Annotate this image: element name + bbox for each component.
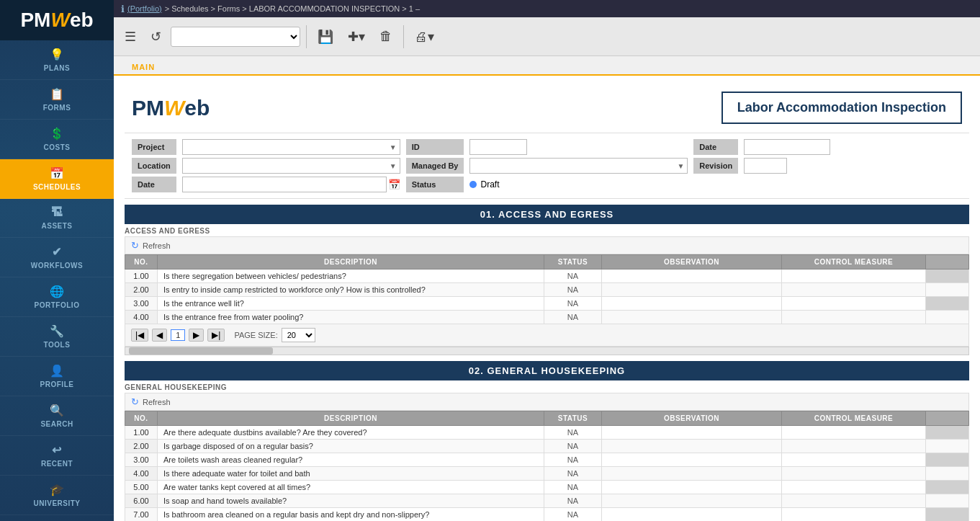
row-status: NA bbox=[544, 283, 602, 297]
section1-hscroll[interactable] bbox=[125, 347, 969, 355]
table-row: 3.00 Is the entrance well lit? NA bbox=[125, 297, 969, 311]
sidebar-item-forms[interactable]: 📋 FORMS bbox=[0, 80, 114, 120]
row-no: 3.00 bbox=[125, 297, 158, 311]
managed-by-dropdown-arrow[interactable]: ▼ bbox=[677, 162, 684, 170]
section1-header: 01. ACCESS AND EGRESS bbox=[125, 205, 969, 224]
form-title: Labor Accommodation Inspection bbox=[721, 92, 962, 124]
section1-refresh-bar[interactable]: ↻ Refresh bbox=[125, 236, 969, 254]
sidebar-item-recent[interactable]: ↩ RECENT bbox=[0, 436, 114, 476]
section2-table: NO. DESCRIPTION STATUS OBSERVATION CONTR… bbox=[125, 411, 969, 521]
history-icon: ↺ bbox=[150, 29, 161, 45]
row-desc: Is there segregation between vehicles/ p… bbox=[158, 270, 544, 283]
col-no-1: NO. bbox=[125, 255, 158, 270]
sidebar-item-search-label: SEARCH bbox=[40, 420, 73, 428]
tab-main[interactable]: MAIN bbox=[125, 58, 162, 74]
add-button[interactable]: ✚▾ bbox=[343, 25, 370, 48]
sidebar-item-exit[interactable]: ⏏ EXIT bbox=[0, 515, 114, 521]
sidebar-nav: 💡 PLANS 📋 FORMS 💲 COSTS 📅 SCHEDULES 🏗 AS… bbox=[0, 40, 114, 521]
sidebar-item-tools[interactable]: 🔧 TOOLS bbox=[0, 317, 114, 357]
delete-button[interactable]: 🗑 bbox=[374, 25, 397, 48]
sidebar-item-profile[interactable]: 👤 PROFILE bbox=[0, 357, 114, 396]
costs-icon: 💲 bbox=[50, 127, 65, 141]
revision-input[interactable]: 0 bbox=[744, 158, 787, 174]
id-label: ID bbox=[406, 139, 464, 155]
history-button[interactable]: ↺ bbox=[145, 25, 166, 48]
refresh1-label[interactable]: Refresh bbox=[143, 241, 171, 250]
refresh2-label[interactable]: Refresh bbox=[143, 398, 171, 406]
next-page-btn-1[interactable]: ▶ bbox=[189, 329, 204, 342]
col-obs-2: OBSERVATION bbox=[602, 411, 782, 426]
row-desc: Are toilets wash areas cleaned regular? bbox=[158, 453, 544, 467]
id-input[interactable]: 1 bbox=[469, 139, 527, 155]
sidebar-item-costs[interactable]: 💲 COSTS bbox=[0, 120, 114, 159]
list-icon: ☰ bbox=[125, 29, 136, 45]
logo-area: PMWeb bbox=[0, 0, 114, 40]
project-dropdown-arrow[interactable]: ▼ bbox=[390, 143, 397, 151]
print-button[interactable]: 🖨▾ bbox=[410, 25, 439, 48]
row-no: 2.00 bbox=[125, 440, 158, 453]
sidebar: PMWeb 💡 PLANS 📋 FORMS 💲 COSTS 📅 SCHEDULE… bbox=[0, 0, 114, 521]
breadcrumb-portfolio[interactable]: (Portfolio) bbox=[127, 4, 162, 13]
save-button[interactable]: 💾 bbox=[313, 25, 338, 48]
row-no: 5.00 bbox=[125, 481, 158, 494]
row-obs bbox=[602, 270, 782, 283]
form-dropdown[interactable] bbox=[171, 27, 300, 47]
first-page-btn-1[interactable]: |◀ bbox=[131, 329, 148, 342]
sidebar-item-plans[interactable]: 💡 PLANS bbox=[0, 40, 114, 80]
sidebar-item-profile-label: PROFILE bbox=[40, 380, 74, 388]
list-view-button[interactable]: ☰ bbox=[120, 25, 141, 48]
prev-page-btn-1[interactable]: ◀ bbox=[152, 329, 167, 342]
location-dropdown-arrow[interactable]: ▼ bbox=[390, 162, 397, 170]
sidebar-item-recent-label: RECENT bbox=[41, 460, 73, 468]
date-input[interactable]: 29-Jun- bbox=[744, 139, 830, 155]
sidebar-item-university[interactable]: 🎓 UNIVERSITY bbox=[0, 476, 114, 515]
row-desc: Are there adequate dustbins available? A… bbox=[158, 426, 544, 440]
save-icon: 💾 bbox=[318, 29, 333, 45]
row-obs bbox=[602, 297, 782, 311]
print-icon: 🖨▾ bbox=[415, 29, 434, 45]
sidebar-item-portfolio[interactable]: 🌐 PORTFOLIO bbox=[0, 277, 114, 317]
row-ctrl bbox=[782, 494, 926, 508]
workflows-icon: ✔ bbox=[52, 245, 62, 259]
profile-icon: 👤 bbox=[50, 364, 65, 378]
sidebar-item-workflows[interactable]: ✔ WORKFLOWS bbox=[0, 238, 114, 277]
search-icon: 🔍 bbox=[50, 404, 65, 417]
location-input[interactable] bbox=[186, 161, 390, 170]
date2-input[interactable]: 29-Jun-2022 bbox=[182, 177, 387, 192]
date-label: Date bbox=[693, 139, 738, 155]
sidebar-item-search[interactable]: 🔍 SEARCH bbox=[0, 396, 114, 436]
sidebar-item-plans-label: PLANS bbox=[44, 64, 70, 72]
table-row: 2.00 Is garbage disposed of on a regular… bbox=[125, 440, 969, 453]
col-status-1: STATUS bbox=[544, 255, 602, 270]
row-obs bbox=[602, 481, 782, 494]
status-field: Draft bbox=[469, 179, 688, 190]
row-status: NA bbox=[544, 440, 602, 453]
row-status: NA bbox=[544, 453, 602, 467]
sidebar-item-schedules[interactable]: 📅 SCHEDULES bbox=[0, 159, 114, 199]
page-size-select-1[interactable]: 20 50 100 bbox=[282, 328, 315, 342]
sidebar-item-tools-label: TOOLS bbox=[44, 341, 71, 349]
row-obs bbox=[602, 494, 782, 508]
table-row: 2.00 Is entry to inside camp restricted … bbox=[125, 283, 969, 297]
form-header: PMWeb Labor Accommodation Inspection bbox=[125, 83, 969, 133]
content-area: MAIN PMWeb Labor Accommodation Inspectio… bbox=[114, 56, 980, 521]
section2-sublabel: GENERAL HOUSEKEEPING bbox=[125, 380, 969, 393]
section2-refresh-bar[interactable]: ↻ Refresh bbox=[125, 393, 969, 411]
toolbar: ☰ ↺ 💾 ✚▾ 🗑 🖨▾ bbox=[114, 17, 980, 56]
assets-icon: 🏗 bbox=[51, 206, 63, 219]
row-extra bbox=[926, 494, 969, 508]
project-input[interactable] bbox=[186, 143, 390, 151]
row-no: 1.00 bbox=[125, 426, 158, 440]
calendar-icon[interactable]: 📅 bbox=[388, 179, 400, 190]
last-page-btn-1[interactable]: ▶| bbox=[207, 329, 225, 342]
row-desc: Is the entrance well lit? bbox=[158, 297, 544, 311]
project-label: Project bbox=[132, 139, 176, 155]
row-status: NA bbox=[544, 297, 602, 311]
managed-by-input[interactable] bbox=[473, 161, 677, 170]
sidebar-item-assets[interactable]: 🏗 ASSETS bbox=[0, 199, 114, 238]
table-row: 1.00 Are there adequate dustbins availab… bbox=[125, 426, 969, 440]
schedules-icon: 📅 bbox=[50, 166, 65, 180]
portfolio-icon: 🌐 bbox=[50, 285, 65, 298]
col-desc-1: DESCRIPTION bbox=[158, 255, 544, 270]
row-extra bbox=[926, 440, 969, 453]
